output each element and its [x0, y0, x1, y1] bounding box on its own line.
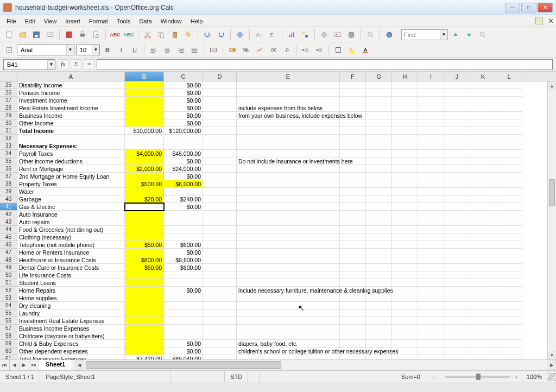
- cell[interactable]: [125, 188, 164, 195]
- cell[interactable]: [444, 256, 470, 264]
- preview-button[interactable]: [90, 29, 102, 41]
- cell[interactable]: [444, 332, 470, 340]
- bold-button[interactable]: B: [102, 44, 113, 56]
- cell[interactable]: [470, 279, 496, 287]
- cell[interactable]: $48,000.00: [164, 150, 203, 157]
- cell[interactable]: [444, 249, 470, 256]
- cell[interactable]: [496, 332, 522, 340]
- cell[interactable]: [392, 241, 418, 249]
- cell[interactable]: [418, 332, 444, 340]
- sum-button[interactable]: Σ: [71, 59, 81, 70]
- cell[interactable]: [164, 294, 203, 302]
- cell[interactable]: Home supplies: [17, 294, 125, 302]
- row-header[interactable]: 61: [0, 355, 17, 359]
- cell[interactable]: [418, 294, 444, 302]
- find-dropdown[interactable]: ▼: [440, 30, 447, 40]
- cell[interactable]: $50.00: [125, 241, 164, 249]
- cell[interactable]: [203, 271, 237, 279]
- row-header[interactable]: 35: [0, 157, 17, 165]
- sheet-prev-button[interactable]: ◀: [10, 360, 20, 370]
- column-header-H[interactable]: H: [392, 72, 418, 81]
- format-paint-button[interactable]: [182, 29, 194, 41]
- undo-button[interactable]: [201, 29, 213, 41]
- row-header[interactable]: 40: [0, 195, 17, 203]
- row-header[interactable]: 39: [0, 188, 17, 195]
- cell[interactable]: [340, 355, 366, 359]
- cell[interactable]: [444, 165, 470, 173]
- cell[interactable]: [470, 264, 496, 271]
- cell[interactable]: [418, 150, 444, 157]
- menu-help[interactable]: Help: [186, 16, 207, 26]
- cell[interactable]: Dental Care or Insurance Costs: [17, 264, 125, 271]
- cell[interactable]: [203, 241, 237, 249]
- cell[interactable]: [470, 104, 496, 112]
- cell[interactable]: Payroll Taxes: [17, 150, 125, 157]
- cell[interactable]: [125, 211, 164, 218]
- menu-format[interactable]: Format: [85, 16, 112, 26]
- cell[interactable]: [125, 142, 164, 150]
- cell[interactable]: [444, 195, 470, 203]
- resize-grip[interactable]: [547, 372, 556, 381]
- row-header[interactable]: 58: [0, 332, 17, 340]
- cell[interactable]: [340, 264, 366, 271]
- zoom-knob[interactable]: [476, 374, 481, 380]
- row-header[interactable]: 43: [0, 218, 17, 226]
- cell[interactable]: [366, 241, 392, 249]
- cell[interactable]: [418, 279, 444, 287]
- cell[interactable]: [392, 211, 418, 218]
- cell[interactable]: [237, 188, 340, 195]
- column-header-F[interactable]: F: [340, 72, 366, 81]
- cell[interactable]: [470, 249, 496, 256]
- cell[interactable]: [164, 226, 203, 233]
- cell[interactable]: [392, 287, 418, 294]
- cell[interactable]: [125, 302, 164, 309]
- cell[interactable]: [392, 279, 418, 287]
- cell[interactable]: [125, 112, 164, 119]
- sheet-tab[interactable]: Sheet1: [39, 360, 72, 370]
- cell[interactable]: [125, 157, 164, 165]
- cell[interactable]: $600.00: [164, 264, 203, 271]
- cell[interactable]: $0.00: [164, 112, 203, 119]
- cell[interactable]: [164, 332, 203, 340]
- cell[interactable]: $0.00: [164, 347, 203, 355]
- cell[interactable]: [237, 89, 340, 97]
- cell[interactable]: [392, 142, 418, 150]
- autospell-button[interactable]: ABC: [123, 29, 135, 41]
- cell[interactable]: [203, 173, 237, 180]
- cell[interactable]: [444, 203, 470, 211]
- cell[interactable]: [366, 233, 392, 241]
- cell[interactable]: [392, 332, 418, 340]
- cell[interactable]: [444, 150, 470, 157]
- cell[interactable]: [366, 188, 392, 195]
- cell[interactable]: [366, 195, 392, 203]
- find-input[interactable]: [402, 30, 440, 40]
- vscroll-thumb[interactable]: [549, 179, 555, 206]
- cell[interactable]: [392, 294, 418, 302]
- cell[interactable]: [496, 256, 522, 264]
- styles-button[interactable]: [3, 44, 15, 56]
- cell[interactable]: [340, 81, 366, 89]
- cell[interactable]: [237, 309, 340, 317]
- cell[interactable]: include expenses from this below: [237, 104, 340, 112]
- cell[interactable]: [366, 249, 392, 256]
- cell[interactable]: [340, 287, 366, 294]
- cell[interactable]: [366, 218, 392, 226]
- cell[interactable]: [418, 226, 444, 233]
- cell[interactable]: [444, 97, 470, 104]
- cell[interactable]: Pension Income: [17, 89, 125, 97]
- cell[interactable]: [237, 264, 340, 271]
- cell[interactable]: [470, 347, 496, 355]
- cell[interactable]: [125, 279, 164, 287]
- cell[interactable]: [470, 256, 496, 264]
- find-prev-button[interactable]: [463, 29, 475, 41]
- cell[interactable]: [496, 104, 522, 112]
- cell[interactable]: [496, 340, 522, 347]
- cell[interactable]: Business Income: [17, 112, 125, 119]
- cell[interactable]: [392, 112, 418, 119]
- cell[interactable]: [392, 325, 418, 332]
- cell[interactable]: [418, 157, 444, 165]
- cell[interactable]: [496, 271, 522, 279]
- cell[interactable]: [203, 127, 237, 135]
- cell[interactable]: children's school or college tuition or …: [237, 347, 340, 355]
- copy-button[interactable]: [155, 29, 167, 41]
